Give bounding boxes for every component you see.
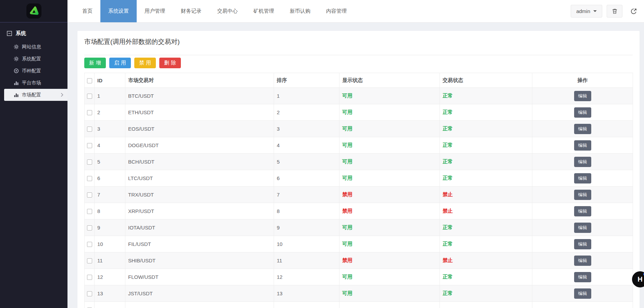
sidebar-item-1[interactable]: 网站信息 — [4, 41, 67, 53]
cell-actions: 编辑 — [532, 187, 633, 203]
chevron-down-icon — [593, 10, 597, 14]
sidebar-section-system[interactable]: 系统 — [0, 27, 67, 39]
edit-button[interactable]: 编辑 — [574, 206, 591, 216]
cell-actions: 编辑 — [532, 252, 633, 269]
trade-status-badge: 正常 — [443, 93, 453, 98]
edit-button[interactable]: 编辑 — [574, 107, 591, 118]
cell-id: 12 — [95, 269, 125, 285]
disable-button[interactable]: 禁用 — [134, 58, 156, 68]
nav-tab-8[interactable]: 内容管理 — [318, 0, 355, 22]
nav-tab-3[interactable]: 用户管理 — [137, 0, 173, 22]
row-checkbox[interactable] — [87, 258, 92, 263]
row-checkbox[interactable] — [87, 209, 92, 214]
row-checkbox[interactable] — [87, 159, 92, 165]
cell-trade-status: 正常 — [440, 121, 532, 137]
logo-a-icon — [28, 5, 40, 17]
cell-pair: JST/USDT — [125, 285, 274, 302]
nav-tab-1[interactable]: 首页 — [74, 0, 100, 22]
cell-trade-status: 正常 — [440, 285, 532, 302]
edit-button[interactable]: 编辑 — [574, 91, 591, 101]
cell-pair: IOTA/USDT — [125, 220, 274, 236]
table-row: 3EOS/USDT3可用正常编辑 — [85, 121, 633, 137]
cell-actions: 编辑 — [532, 269, 633, 285]
cell-trade-status: 禁止 — [440, 187, 532, 203]
content-area: 市场配置(调用外部数据的交易对) 新增启用禁用删除 ID市场交易对排序显示状态交… — [67, 23, 644, 308]
app-logo[interactable] — [26, 3, 41, 19]
table-row: 6LTC/USDT6可用正常编辑 — [85, 170, 633, 187]
cell-actions: 编辑 — [532, 285, 633, 302]
sidebar-item-3[interactable]: 币种配置 — [4, 65, 67, 77]
edit-button[interactable]: 编辑 — [574, 157, 591, 167]
display-status-badge: 可用 — [342, 126, 352, 131]
display-status-badge: 可用 — [342, 224, 352, 230]
nav-tab-2[interactable]: 系统设置 — [100, 0, 137, 22]
cell-pair: ETH/USDT — [125, 104, 274, 121]
nav-tab-5[interactable]: 交易中心 — [209, 0, 246, 22]
edit-button[interactable]: 编辑 — [574, 288, 591, 299]
trade-status-badge: 正常 — [443, 241, 453, 247]
collapse-minus-icon — [7, 31, 12, 36]
column-header-actions: 操作 — [532, 73, 633, 88]
cell-pair: EOS/USDT — [125, 121, 274, 137]
sidebar-nav: 系统 网站信息系统配置币种配置平台市场市场配置 — [0, 27, 67, 101]
nav-tab-7[interactable]: 新币认购 — [282, 0, 318, 22]
row-checkbox[interactable] — [87, 192, 92, 198]
cell-checkbox — [85, 137, 95, 154]
row-checkbox[interactable] — [87, 291, 92, 296]
cell-sort: 1 — [274, 88, 339, 104]
edit-button[interactable]: 编辑 — [574, 272, 591, 282]
row-checkbox[interactable] — [87, 242, 92, 247]
row-checkbox[interactable] — [87, 94, 92, 99]
sidebar-item-2[interactable]: 系统配置 — [4, 53, 67, 65]
cell-id: 13 — [95, 285, 125, 302]
logout-button[interactable] — [627, 5, 641, 17]
column-header-pair: 市场交易对 — [125, 73, 274, 88]
sidebar-logo-area — [0, 0, 67, 23]
edit-button[interactable]: 编辑 — [574, 256, 591, 266]
edit-button[interactable]: 编辑 — [574, 190, 591, 200]
row-checkbox[interactable] — [87, 275, 92, 280]
cell-checkbox — [85, 203, 95, 220]
nav-tabs: 首页系统设置用户管理财务记录交易中心矿机管理新币认购内容管理 — [74, 0, 355, 22]
edit-button[interactable]: 编辑 — [574, 223, 591, 233]
add-button[interactable]: 新增 — [84, 58, 106, 68]
trade-status-badge: 正常 — [443, 175, 453, 181]
cell-checkbox — [85, 220, 95, 236]
cell-id: 7 — [95, 187, 125, 203]
column-header-display: 显示状态 — [339, 73, 440, 88]
row-checkbox[interactable] — [87, 127, 92, 132]
cell-actions: 编辑 — [532, 137, 633, 154]
user-dropdown[interactable]: admin — [571, 5, 602, 17]
cell-trade-status: 禁止 — [440, 203, 532, 220]
trade-status-badge: 正常 — [443, 224, 453, 230]
select-all-checkbox[interactable] — [87, 78, 92, 83]
trade-status-badge: 禁止 — [443, 257, 453, 263]
row-checkbox[interactable] — [87, 143, 92, 148]
cell-id: 11 — [95, 252, 125, 269]
cell-checkbox — [85, 302, 95, 308]
row-checkbox[interactable] — [87, 225, 92, 230]
cell-actions: 编辑 — [532, 88, 633, 104]
cell-sort: 8 — [274, 203, 339, 220]
sidebar: 系统 网站信息系统配置币种配置平台市场市场配置 — [0, 0, 67, 308]
sidebar-item-4[interactable]: 平台市场 — [4, 77, 67, 89]
cell-sort: 2 — [274, 104, 339, 121]
edit-button[interactable]: 编辑 — [574, 173, 591, 183]
nav-tab-4[interactable]: 财务记录 — [173, 0, 209, 22]
toolbar: 新增启用禁用删除 — [84, 58, 633, 68]
display-status-badge: 可用 — [342, 241, 352, 247]
delete-button[interactable]: 删除 — [159, 58, 181, 68]
enable-button[interactable]: 启用 — [109, 58, 131, 68]
row-checkbox[interactable] — [87, 176, 92, 181]
trash-button[interactable] — [607, 5, 622, 17]
edit-button[interactable]: 编辑 — [574, 140, 591, 151]
edit-button[interactable]: 编辑 — [574, 239, 591, 249]
sidebar-item-5[interactable]: 市场配置 — [4, 89, 67, 101]
nav-tab-6[interactable]: 矿机管理 — [246, 0, 282, 22]
table-row: 2ETH/USDT2可用正常编辑 — [85, 104, 633, 121]
title-divider — [84, 55, 633, 55]
cell-display-status: 禁用 — [339, 203, 440, 220]
cell-sort: 6 — [274, 170, 339, 187]
row-checkbox[interactable] — [87, 110, 92, 115]
edit-button[interactable]: 编辑 — [574, 124, 591, 134]
